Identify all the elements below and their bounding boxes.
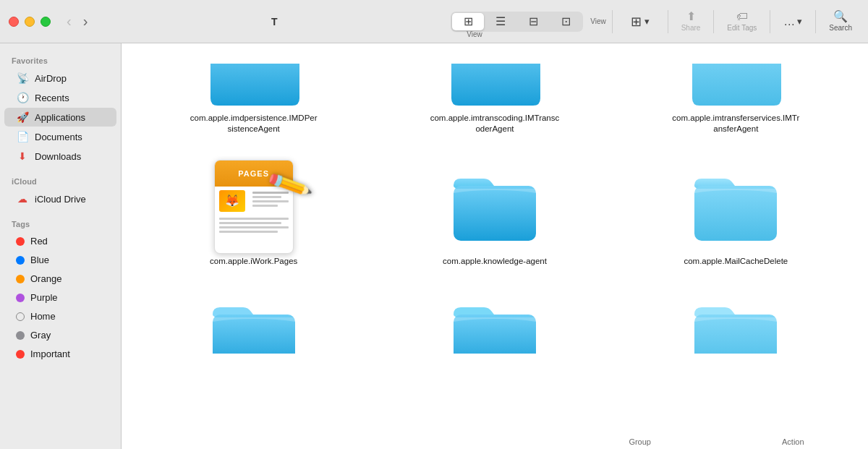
- sidebar-item-blue[interactable]: Blue: [4, 251, 116, 269]
- sidebar-purple-label: Purple: [30, 292, 58, 303]
- main-content: Favorites 📡 AirDrop 🕐 Recents 🚀 Applicat…: [0, 43, 868, 449]
- toolbar-separator-1: [612, 10, 613, 33]
- group-icon: ⊞: [631, 15, 642, 28]
- edit-tags-icon: 🏷: [736, 11, 748, 22]
- edit-tags-label: Edit Tags: [727, 24, 757, 32]
- sidebar-item-documents[interactable]: 📄 Documents: [4, 127, 116, 146]
- sidebar-item-applications[interactable]: 🚀 Applications: [4, 108, 116, 127]
- svg-rect-2: [213, 315, 295, 354]
- minimize-button[interactable]: [25, 17, 35, 27]
- file-item-mailcachedelete[interactable]: com.apple.MailCacheDelete: [621, 158, 851, 273]
- file-browser: com.apple.imdpersistence.IMDPersistenceA…: [122, 43, 868, 449]
- sidebar-item-recents[interactable]: 🕐 Recents: [4, 88, 116, 107]
- file-item-imdpersistence[interactable]: com.apple.imdpersistence.IMDPersistenceA…: [139, 58, 368, 140]
- file-icon-folder-c: [685, 296, 786, 354]
- file-name-knowledge-agent: com.apple.knowledge-agent: [443, 256, 547, 267]
- share-label: Share: [681, 24, 701, 32]
- search-button[interactable]: 🔍 Search: [822, 8, 859, 35]
- sidebar-item-icloud-drive[interactable]: ☁ iCloud Drive: [4, 189, 116, 208]
- column-view-button[interactable]: ⊟: [517, 13, 549, 30]
- folder-svg-imtransferservices: [689, 64, 783, 107]
- icon-view-button[interactable]: ⊞: [452, 13, 484, 30]
- action-button[interactable]: … ▾ Action: [776, 13, 809, 30]
- sidebar-downloads-label: Downloads: [35, 151, 81, 162]
- icon-grid: com.apple.imdpersistence.IMDPersistenceA…: [139, 58, 851, 359]
- sidebar-item-red[interactable]: Red: [4, 232, 116, 250]
- toolbar-separator-3: [713, 10, 714, 33]
- traffic-lights: [9, 17, 51, 27]
- sidebar-icloud-label: iCloud Drive: [35, 194, 86, 205]
- file-item-folder-c[interactable]: [621, 290, 851, 359]
- sidebar-item-downloads[interactable]: ⬇ Downloads: [4, 147, 116, 166]
- file-icon-mailcachedelete: [685, 163, 786, 250]
- file-item-iwork-pages[interactable]: PAGES 🦊: [139, 158, 368, 273]
- folder-svg-imtranscoding: [448, 64, 542, 107]
- sidebar-item-gray[interactable]: Gray: [4, 326, 116, 344]
- home-dot: [16, 312, 25, 321]
- sidebar-item-orange[interactable]: Orange: [4, 270, 116, 288]
- purple-dot: [16, 294, 25, 302]
- list-view-button[interactable]: ☰: [485, 13, 516, 30]
- share-button[interactable]: ⬆ Share: [674, 8, 708, 35]
- sidebar-documents-label: Documents: [35, 132, 82, 142]
- folder-svg-knowledge-agent: [448, 167, 542, 247]
- file-name-mailcachedelete: com.apple.MailCacheDelete: [684, 256, 788, 267]
- maximize-button[interactable]: [41, 17, 51, 27]
- file-item-folder-a[interactable]: [139, 290, 368, 359]
- edit-tags-button[interactable]: 🏷 Edit Tags: [720, 8, 764, 35]
- column-view-icon: ⊟: [529, 16, 538, 27]
- svg-rect-4: [694, 315, 777, 354]
- file-item-folder-b[interactable]: [380, 290, 609, 359]
- recents-icon: 🕐: [16, 92, 29, 103]
- toolbar-separator-5: [815, 10, 816, 33]
- sidebar-important-label: Important: [30, 348, 70, 359]
- file-icon-knowledge-agent: [444, 163, 545, 250]
- file-name-iwork-pages: com.apple.iWork.Pages: [210, 256, 297, 267]
- sidebar-recents-label: Recents: [35, 93, 69, 103]
- important-dot: [16, 350, 25, 359]
- gallery-view-button[interactable]: ⊡: [550, 13, 582, 30]
- sidebar-applications-label: Applications: [35, 112, 85, 123]
- list-view-icon: ☰: [495, 16, 506, 27]
- file-icon-imtranscoding: [444, 64, 545, 107]
- airdrop-icon: 📡: [16, 72, 29, 84]
- forward-button[interactable]: ›: [79, 10, 93, 33]
- sidebar-icloud-title: iCloud: [0, 173, 121, 189]
- icloud-icon: ☁: [16, 193, 29, 205]
- toolbar-separator-4: [770, 10, 770, 33]
- file-item-knowledge-agent[interactable]: com.apple.knowledge-agent: [380, 158, 609, 273]
- sidebar-airdrop-label: AirDrop: [35, 73, 67, 84]
- sidebar-tags-title: Tags: [0, 215, 121, 231]
- folder-svg-a: [207, 296, 301, 354]
- blue-dot: [16, 256, 25, 265]
- file-icon-imdpersistence: [203, 64, 305, 107]
- sidebar-item-purple[interactable]: Purple: [4, 288, 116, 307]
- back-button[interactable]: ‹: [62, 10, 76, 33]
- folder-svg-c: [689, 296, 783, 354]
- sidebar-item-important[interactable]: Important: [4, 345, 116, 363]
- sidebar-item-airdrop[interactable]: 📡 AirDrop: [4, 69, 116, 87]
- sidebar-item-home[interactable]: Home: [4, 307, 116, 325]
- title-bar: ‹ › T ⊞ ☰ ⊟ ⊡ View ⊞ ▾ Group: [0, 0, 868, 43]
- svg-rect-0: [454, 186, 536, 241]
- close-button[interactable]: [9, 17, 19, 27]
- downloads-icon: ⬇: [16, 150, 29, 162]
- sidebar-red-label: Red: [30, 236, 48, 247]
- toolbar-separator-2: [668, 10, 668, 33]
- group-label: Group: [629, 437, 651, 446]
- sidebar-favorites-title: Favorites: [0, 52, 121, 68]
- svg-rect-1: [694, 186, 777, 241]
- search-icon: 🔍: [833, 11, 848, 22]
- sidebar: Favorites 📡 AirDrop 🕐 Recents 🚀 Applicat…: [0, 43, 122, 449]
- orange-dot: [16, 275, 25, 283]
- pages-image: 🦊: [219, 190, 245, 212]
- toolbar-actions: ⊞ ☰ ⊟ ⊡ View ⊞ ▾ Group ⬆ Share: [451, 8, 859, 35]
- file-icon-folder-a: [203, 296, 305, 354]
- applications-icon: 🚀: [16, 111, 29, 123]
- sidebar-home-label: Home: [30, 311, 56, 322]
- file-item-imtranscoding[interactable]: com.apple.imtranscoding.IMTranscoderAgen…: [380, 58, 609, 140]
- action-icon: …: [783, 16, 795, 27]
- file-icon-iwork-pages: PAGES 🦊: [203, 163, 305, 250]
- group-button[interactable]: ⊞ ▾ Group: [618, 11, 662, 33]
- file-item-imtransferservices[interactable]: com.apple.imtransferservices.IMTransferA…: [621, 58, 851, 140]
